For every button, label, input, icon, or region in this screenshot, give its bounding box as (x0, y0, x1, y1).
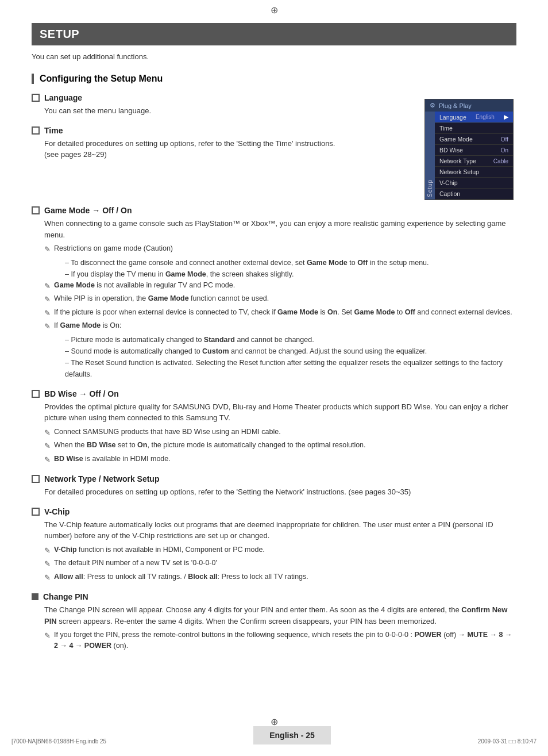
content-main: Language You can set the menu language. … (32, 93, 413, 200)
reg-mark-top: ⊕ (271, 5, 278, 16)
menu-row-vchip: V-Chip (435, 178, 513, 189)
note-pip: ✎ While PIP is in operation, the Game Mo… (44, 293, 516, 305)
page-wrapper: ⊕ SETUP You can set up additional functi… (0, 0, 548, 756)
note-icon-cp1: ✎ (44, 630, 51, 642)
dash-sound: Sound mode is automatically changed to C… (44, 346, 516, 357)
gamemode-notes: ✎ Restrictions on game mode (Caution) To… (32, 243, 516, 380)
menu-row-caption: Caption (435, 189, 513, 199)
note-icon-2: ✎ (44, 281, 51, 292)
item-changepin: Change PIN The Change PIN screen will ap… (32, 592, 516, 651)
menu-rows: Language English ▶ Time Game Mode Off (435, 112, 513, 199)
item-language-title: Language (32, 93, 413, 102)
menu-row-bdwise: BD Wise On (435, 145, 513, 156)
footer: [7000-NA]BN68-01988H-Eng.indb 25 English… (0, 726, 548, 745)
bdwise-notes: ✎ Connect SAMSUNG products that have BD … (32, 427, 516, 466)
checkbox-icon-gamemode (32, 206, 40, 214)
item-changepin-body: The Change PIN screen will appear. Choos… (32, 604, 516, 627)
item-gamemode-body: When connecting to a game console such a… (32, 218, 516, 240)
item-time: Time For detailed procedures on setting … (32, 126, 413, 160)
menu-box: ⚙ Plug & Play Setup Language English ▶ T… (424, 99, 514, 200)
note-icon-vc1: ✎ (44, 545, 51, 557)
dash-display: If you display the TV menu in Game Mode,… (44, 268, 516, 280)
section-heading: Configuring the Setup Menu (32, 74, 516, 84)
note-icon-5: ✎ (44, 321, 51, 332)
page-subtitle: You can set up additional functions. (32, 52, 516, 61)
item-network-body: For detailed procedures on setting up op… (32, 486, 516, 498)
note-not-available: ✎ Game Mode is not available in regular … (44, 280, 516, 292)
menu-row-time: Time (435, 123, 513, 134)
note-icon-3: ✎ (44, 294, 51, 305)
item-network: Network Type / Network Setup For detaile… (32, 474, 516, 498)
footer-right: 2009-03-31 □□ 8:10:47 (478, 738, 537, 745)
menu-row-gamemode: Game Mode Off (435, 134, 513, 145)
note-vchip-allowblock: ✎ Allow all: Press to unlock all TV rati… (44, 571, 516, 584)
item-network-title: Network Type / Network Setup (32, 474, 516, 483)
menu-header-icon: ⚙ (430, 102, 435, 109)
square-icon-changepin (32, 593, 38, 600)
checkbox-icon-time (32, 126, 40, 135)
checkbox-icon-bdwise (32, 390, 40, 398)
item-vchip-title: V-Chip (32, 507, 516, 516)
item-bdwise-body: Provides the optimal picture quality for… (32, 401, 516, 424)
note-bdwise-on: ✎ When the BD Wise set to On, the pictur… (44, 440, 516, 452)
item-language-body: You can set the menu language. (32, 105, 413, 117)
note-icon-vc2: ✎ (44, 558, 51, 570)
vchip-notes: ✎ V-Chip function is not available in HD… (32, 544, 516, 584)
note-restrictions: ✎ Restrictions on game mode (Caution) (44, 243, 516, 255)
note-bdwise-hdmi: ✎ BD Wise is available in HDMI mode. (44, 454, 516, 466)
checkbox-icon-network (32, 475, 40, 483)
item-language: Language You can set the menu language. (32, 93, 413, 117)
checkbox-icon (32, 94, 40, 102)
menu-row-networksetup: Network Setup (435, 167, 513, 178)
note-if-on: ✎ If Game Mode is On: (44, 320, 516, 332)
note-poor-picture: ✎ If the picture is poor when external d… (44, 307, 516, 319)
item-time-title: Time (32, 126, 413, 135)
note-icon-bd2: ✎ (44, 440, 51, 452)
page-title: SETUP (32, 23, 516, 45)
item-bdwise: BD Wise → Off / On Provides the optimal … (32, 389, 516, 466)
dash-reset: The Reset Sound function is activated. S… (44, 357, 516, 380)
dash-disconnect: To disconnect the game console and conne… (44, 257, 516, 268)
menu-image: ⚙ Plug & Play Setup Language English ▶ T… (424, 93, 516, 200)
menu-rows-wrapper: Setup Language English ▶ Time (425, 112, 513, 199)
content-with-image: Language You can set the menu language. … (32, 93, 516, 200)
item-gamemode: Game Mode → Off / On When connecting to … (32, 206, 516, 380)
footer-left: [7000-NA]BN68-01988H-Eng.indb 25 (11, 738, 106, 745)
note-vchip-notavail: ✎ V-Chip function is not available in HD… (44, 544, 516, 557)
menu-row-language: Language English ▶ (435, 112, 513, 123)
item-gamemode-title: Game Mode → Off / On (32, 206, 516, 215)
item-changepin-title: Change PIN (32, 592, 516, 601)
note-pin-forget: ✎ If you forget the PIN, press the remot… (44, 630, 516, 651)
note-connect-samsung: ✎ Connect SAMSUNG products that have BD … (44, 427, 516, 439)
note-icon: ✎ (44, 244, 51, 255)
menu-side-label: Setup (425, 112, 435, 199)
dash-picture: Picture mode is automatically changed to… (44, 334, 516, 346)
note-icon-bd1: ✎ (44, 427, 51, 439)
menu-row-networktype: Network Type Cable (435, 156, 513, 167)
note-icon-4: ✎ (44, 308, 51, 319)
item-time-body: For detailed procedures on setting up op… (32, 138, 413, 160)
note-vchip-pin: ✎ The default PIN number of a new TV set… (44, 558, 516, 570)
menu-header: ⚙ Plug & Play (425, 99, 513, 112)
note-icon-bd3: ✎ (44, 454, 51, 466)
item-vchip: V-Chip The V-Chip feature automatically … (32, 507, 516, 584)
checkbox-icon-vchip (32, 508, 40, 516)
footer-page-label: English - 25 (253, 726, 331, 745)
note-icon-vc3: ✎ (44, 572, 51, 584)
item-bdwise-title: BD Wise → Off / On (32, 389, 516, 398)
footer-center: English - 25 (253, 726, 331, 745)
changepin-notes: ✎ If you forget the PIN, press the remot… (32, 630, 516, 651)
item-vchip-body: The V-Chip feature automatically locks o… (32, 519, 516, 542)
